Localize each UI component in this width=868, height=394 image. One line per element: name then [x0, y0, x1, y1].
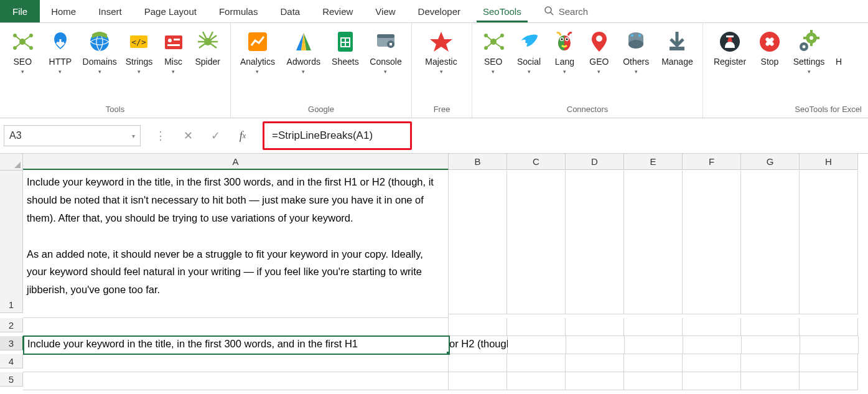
connectors-others-button[interactable]: Others ▾ [618, 28, 655, 75]
row-header-1[interactable]: 1 [0, 171, 23, 313]
cell[interactable] [624, 171, 683, 314]
cell[interactable] [625, 336, 683, 354]
chevron-down-icon: ▾ [21, 68, 24, 75]
cell[interactable] [800, 171, 858, 314]
cell[interactable] [741, 354, 800, 372]
cell[interactable] [566, 372, 624, 390]
name-box[interactable]: A3 ▾ [4, 125, 141, 146]
cell[interactable] [507, 354, 566, 372]
misc-icon [161, 29, 186, 54]
cell[interactable] [800, 336, 859, 354]
column-header-f[interactable]: F [683, 154, 741, 170]
enter-icon[interactable]: ✓ [202, 126, 229, 146]
google-analytics-button[interactable]: Analytics ▾ [236, 28, 279, 75]
cell[interactable] [624, 354, 683, 372]
cell[interactable] [741, 318, 800, 336]
connectors-geo-button[interactable]: GEO ▾ [583, 28, 615, 75]
seotools-register-label: Register [714, 57, 746, 67]
cell[interactable] [683, 318, 741, 336]
seotools-help-button[interactable]: H [833, 28, 845, 67]
tools-seo-button[interactable]: SEO ▾ [5, 28, 40, 75]
tools-domains-button[interactable]: Domains ▾ [80, 28, 119, 75]
cell[interactable] [741, 372, 800, 390]
tools-strings-button[interactable]: </> Strings ▾ [121, 28, 157, 75]
connectors-lang-button[interactable]: Lang ▾ [549, 28, 581, 75]
cell[interactable] [624, 372, 683, 390]
cell[interactable] [800, 354, 858, 372]
cell[interactable] [507, 171, 566, 314]
cell-a5[interactable] [23, 372, 449, 390]
formula-input[interactable]: =StripLineBreaks(A1) [263, 121, 412, 150]
tab-page-layout[interactable]: Page Layout [133, 0, 208, 22]
tab-formulas[interactable]: Formulas [208, 0, 269, 22]
cell[interactable] [508, 336, 566, 354]
cell[interactable] [449, 354, 507, 372]
tab-view[interactable]: View [364, 0, 406, 22]
seotools-stop-button[interactable]: Stop [754, 28, 785, 67]
column-header-h[interactable]: H [800, 154, 858, 170]
google-console-button[interactable]: Console ▾ [365, 28, 406, 75]
cell-a3[interactable]: Include your keyword in the title, in th… [24, 336, 449, 354]
cell-a1[interactable]: Include your keyword in the title, in th… [23, 171, 449, 318]
tab-seotools[interactable]: SeoTools [472, 0, 533, 22]
tools-misc-button[interactable]: Misc ▾ [159, 28, 188, 75]
row-header-4[interactable]: 4 [0, 354, 23, 368]
cell[interactable] [683, 336, 742, 354]
seotools-settings-button[interactable]: Settings ▾ [788, 28, 830, 75]
cell-b3[interactable]: or H2 (though, it should be noted that i… [449, 336, 508, 354]
tools-spider-button[interactable]: Spider [190, 28, 225, 67]
cell[interactable] [566, 336, 625, 354]
cancel-icon[interactable]: ✕ [174, 126, 202, 146]
cell[interactable] [449, 318, 507, 336]
tab-developer[interactable]: Developer [407, 0, 472, 22]
select-all-button[interactable] [0, 154, 23, 171]
cell[interactable] [800, 372, 858, 390]
cell[interactable] [624, 318, 683, 336]
free-majestic-button[interactable]: Majestic ▾ [417, 28, 465, 75]
cell[interactable] [742, 336, 800, 354]
cell[interactable] [507, 372, 566, 390]
cell[interactable] [449, 372, 507, 390]
tab-file[interactable]: File [0, 0, 40, 22]
connectors-social-button[interactable]: Social ▾ [511, 28, 546, 75]
cell[interactable] [449, 171, 507, 314]
column-header-e[interactable]: E [624, 154, 683, 170]
svg-rect-58 [810, 43, 813, 46]
row-header-3[interactable]: 3 [0, 336, 24, 350]
cell[interactable] [800, 318, 858, 336]
tab-review[interactable]: Review [311, 0, 364, 22]
column-header-a[interactable]: A [23, 154, 449, 170]
cell[interactable] [741, 171, 800, 314]
column-header-d[interactable]: D [566, 154, 624, 170]
tab-home[interactable]: Home [40, 0, 87, 22]
column-header-c[interactable]: C [507, 154, 566, 170]
cell[interactable] [566, 318, 624, 336]
options-icon[interactable]: ⋮ [147, 126, 174, 146]
cell[interactable] [566, 171, 624, 314]
row-header-5[interactable]: 5 [0, 372, 23, 387]
google-sheets-button[interactable]: Sheets [328, 28, 363, 67]
cell-a2[interactable] [23, 318, 449, 336]
cell[interactable] [683, 372, 741, 390]
tell-me-search[interactable]: Search [533, 0, 600, 22]
row-header-2[interactable]: 2 [0, 318, 23, 332]
connectors-manage-button[interactable]: Manage [657, 28, 698, 67]
seotools-register-button[interactable]: Register [708, 28, 752, 67]
cell[interactable] [507, 318, 566, 336]
google-adwords-button[interactable]: Adwords ▾ [282, 28, 325, 75]
column-header-g[interactable]: G [741, 154, 800, 170]
search-label: Search [559, 6, 589, 17]
connectors-seo-button[interactable]: SEO ▾ [477, 28, 509, 75]
tab-data[interactable]: Data [269, 0, 311, 22]
tools-http-button[interactable]: HTTP ▾ [43, 28, 78, 75]
formula-bar: A3 ▾ ⋮ ✕ ✓ fx =StripLineBreaks(A1) [0, 118, 868, 154]
cell-a4[interactable] [23, 354, 449, 372]
cell[interactable] [683, 354, 741, 372]
column-header-b[interactable]: B [449, 154, 507, 170]
cell[interactable] [683, 171, 741, 314]
cell[interactable] [566, 354, 624, 372]
ribbon: SEO ▾ HTTP ▾ Domains ▾ </> [0, 23, 868, 118]
others-icon [623, 29, 648, 54]
fx-icon[interactable]: fx [229, 126, 256, 146]
tab-insert[interactable]: Insert [87, 0, 133, 22]
